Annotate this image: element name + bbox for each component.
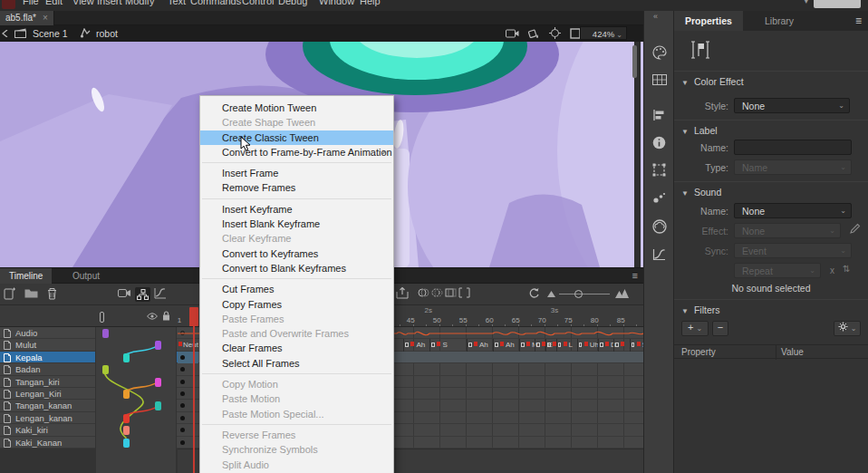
keyframe-marker[interactable] [495, 343, 498, 347]
filter-options-button[interactable]: ⌄ [834, 321, 861, 336]
panel-menu-icon[interactable]: ≡ [632, 270, 638, 281]
edit-multiple-frames-icon[interactable] [445, 287, 457, 298]
layer-parenting-column[interactable] [95, 327, 177, 473]
remove-filter-button[interactable]: − [712, 321, 728, 336]
menu-item-insert-keyframe[interactable]: Insert Keyframe [200, 202, 393, 217]
motion-editor-panel-icon[interactable] [652, 248, 666, 261]
menubar-item-help[interactable]: Help [360, 0, 381, 6]
loop-playback-icon[interactable] [528, 287, 540, 299]
align-panel-icon[interactable] [652, 109, 665, 121]
sound-sync-dropdown[interactable]: Event⌄ [734, 243, 852, 258]
menu-item-copy-frames[interactable]: Copy Frames [200, 297, 393, 312]
menubar-item-file[interactable]: File [23, 0, 39, 6]
graph-editor-button[interactable] [154, 287, 167, 299]
menubar-item-commands[interactable]: Commands [190, 0, 241, 6]
menubar-item-edit[interactable]: Edit [45, 0, 63, 6]
parent-bar-tangan-kiri[interactable] [155, 378, 161, 387]
info-panel-icon[interactable] [652, 136, 666, 150]
playhead-handle[interactable] [189, 307, 198, 326]
zoom-in-frames-icon[interactable] [615, 289, 629, 298]
parent-bar-tangan-kanan[interactable] [155, 401, 161, 410]
menubar-item-text[interactable]: Text [168, 0, 186, 6]
section-label[interactable]: ▼Label [681, 125, 718, 136]
section-filters[interactable]: ▼Filters [681, 304, 720, 315]
menubar-item-view[interactable]: View [72, 0, 94, 6]
document-tab[interactable]: ab5.fla*× [0, 11, 54, 25]
parent-bar-kepala[interactable] [123, 353, 130, 362]
keyframe-marker[interactable] [558, 343, 562, 347]
panel-menu-icon[interactable]: ≡ [855, 14, 862, 27]
menu-item-create-motion-tween[interactable]: Create Motion Tween [200, 101, 393, 115]
swatches-panel-icon[interactable] [652, 74, 667, 85]
frame-size-slider-knob[interactable] [574, 290, 583, 298]
menubar-item-control[interactable]: Control [242, 0, 274, 6]
keyframe-marker[interactable] [600, 343, 603, 347]
camera-icon[interactable] [506, 28, 519, 38]
menu-item-convert-to-keyframes[interactable]: Convert to Keyframes [200, 246, 393, 261]
properties-tab-properties[interactable]: Properties [674, 11, 743, 31]
marker-range-icon[interactable] [458, 287, 470, 298]
keyframe-dot[interactable] [180, 416, 185, 420]
keyframe-marker[interactable] [615, 343, 619, 347]
scrollbar-thumb[interactable] [632, 45, 637, 78]
section-sound[interactable]: ▼Sound [681, 187, 721, 198]
menu-item-create-classic-tween[interactable]: Create Classic Tween [200, 130, 393, 145]
menu-item-convert-to-frame-by-frame-animation[interactable]: Convert to Frame-by-Frame Animation› [200, 145, 393, 159]
menubar-item-debug[interactable]: Debug [278, 0, 307, 6]
menubar-item-insert[interactable]: Insert [97, 0, 122, 6]
close-tab-icon[interactable]: × [43, 13, 48, 23]
parent-bar-kaki-kiri[interactable] [123, 426, 130, 435]
timeline-tab-timeline[interactable]: Timeline [0, 268, 52, 284]
menu-item-convert-to-blank-keyframes[interactable]: Convert to Blank Keyframes [200, 261, 393, 275]
visibility-column-icon[interactable] [147, 313, 158, 320]
search-box[interactable] [814, 0, 861, 8]
keyframe-dot[interactable] [180, 380, 185, 384]
menu-item-remove-frames[interactable]: Remove Frames [200, 180, 393, 195]
keyframe-dot[interactable] [180, 355, 185, 360]
label-type-dropdown[interactable]: Name⌄ [734, 159, 852, 175]
new-folder-button[interactable] [24, 287, 38, 298]
keyframe-dot[interactable] [180, 440, 185, 445]
section-color-effect[interactable]: ▼Color Effect [681, 76, 744, 87]
keyframe-marker[interactable] [521, 343, 525, 347]
frame-size-slider[interactable] [559, 294, 610, 294]
style-dropdown[interactable]: None⌄ [734, 98, 850, 113]
brush-library-panel-icon[interactable] [652, 192, 666, 204]
keyframe-dot[interactable] [180, 391, 185, 396]
color-panel-icon[interactable] [652, 45, 667, 60]
onion-skin-outline-icon[interactable] [431, 287, 443, 298]
back-arrow-icon[interactable] [2, 30, 9, 37]
stage-vertical-scrollbar[interactable] [634, 42, 641, 267]
keyframe-marker[interactable] [579, 343, 583, 347]
keyframe-dot[interactable] [180, 428, 185, 432]
sound-name-dropdown[interactable]: None⌄ [734, 203, 852, 218]
parent-bar-mulut[interactable] [155, 341, 161, 350]
keyframe-marker[interactable] [547, 343, 551, 347]
breadcrumb-scene[interactable]: Scene 1 [33, 28, 68, 39]
parent-bar-badan[interactable] [102, 365, 109, 374]
delete-layer-button[interactable] [47, 287, 57, 300]
zoom-out-frames-icon[interactable] [547, 291, 555, 297]
menu-item-select-all-frames[interactable]: Select All Frames [200, 356, 393, 371]
creative-cloud-icon[interactable] [652, 219, 667, 234]
onion-skin-icon[interactable] [418, 287, 429, 298]
sound-repeat-dropdown[interactable]: Repeat⌄ [734, 263, 821, 278]
parent-bar-lengan-kanan[interactable] [123, 414, 130, 423]
fill-color-icon[interactable] [527, 28, 539, 39]
workspace-chevron-icon[interactable]: ▾ [804, 0, 808, 5]
timeline-tab-output[interactable]: Output [63, 268, 109, 284]
parenting-view-button[interactable] [135, 287, 150, 302]
menubar-item-window[interactable]: Window [319, 0, 354, 6]
keyframe-marker[interactable] [431, 343, 435, 347]
keyframe-marker[interactable] [536, 343, 540, 347]
export-frames-icon[interactable] [396, 287, 410, 299]
menu-item-insert-blank-keyframe[interactable]: Insert Blank Keyframe [200, 217, 393, 231]
menu-item-cut-frames[interactable]: Cut Frames [200, 282, 393, 296]
keyframe-marker[interactable] [632, 343, 635, 347]
transform-panel-icon[interactable] [652, 163, 666, 177]
sound-effect-dropdown[interactable]: None⌄ [734, 223, 841, 238]
keyframe-marker[interactable] [468, 343, 472, 347]
parent-bar-lengan-kiri[interactable] [123, 390, 130, 399]
properties-tab-library[interactable]: Library [754, 11, 805, 31]
camera-layer-button[interactable] [118, 287, 131, 298]
